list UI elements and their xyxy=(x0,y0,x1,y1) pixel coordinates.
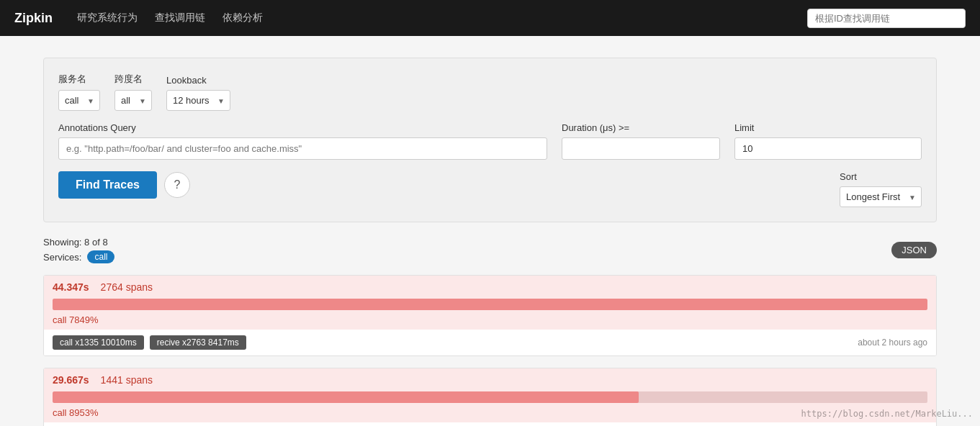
trace-service-label: call 7849% xyxy=(44,313,936,330)
showing-count: Showing: 8 of 8 xyxy=(43,237,114,248)
trace-header: 44.347s 2764 spans xyxy=(44,276,936,299)
results-details: Showing: 8 of 8 Services: call xyxy=(43,237,114,263)
span-badges-container: call x1335 10010ms recive x2763 8417ms xyxy=(53,335,246,350)
results-info: Showing: 8 of 8 Services: call JSON xyxy=(43,237,937,263)
filter-panel: 服务名 call 跨度名 all Lookback xyxy=(43,58,937,222)
service-name-group: 服务名 call xyxy=(58,73,100,111)
help-button[interactable]: ? xyxy=(164,172,190,198)
duration-input[interactable] xyxy=(562,137,720,160)
filter-row-1: 服务名 call 跨度名 all Lookback xyxy=(58,73,922,111)
trace-bar-row xyxy=(44,299,936,313)
services-label: Services: xyxy=(43,252,81,263)
sort-label: Sort xyxy=(840,171,922,182)
sort-select-wrapper: Longest First Newest First Oldest First xyxy=(840,186,922,207)
lookback-label: Lookback xyxy=(166,75,230,86)
sort-group: Sort Longest First Newest First Oldest F… xyxy=(840,171,922,207)
trace-header: 29.667s 1441 spans xyxy=(44,368,936,391)
trace-time: about 2 hours ago xyxy=(858,337,927,348)
trace-list: 44.347s 2764 spans call 7849% call x1335… xyxy=(43,275,937,426)
service-badge-call: call xyxy=(87,250,114,263)
trace-spans: 2764 spans xyxy=(101,281,153,293)
annotations-input[interactable] xyxy=(58,137,547,160)
trace-duration: 44.347s xyxy=(53,281,89,293)
trace-spans-row: call x1440 7548ms recive x656 11454ms ab… xyxy=(44,422,936,426)
brand-logo: Zipkin xyxy=(14,11,53,26)
nav-find-traces[interactable]: 查找调用链 xyxy=(155,12,205,24)
trace-id-search-input[interactable] xyxy=(807,9,966,28)
trace-bar-fill xyxy=(53,391,639,403)
nav-behavior[interactable]: 研究系统行为 xyxy=(77,12,138,24)
span-name-label: 跨度名 xyxy=(114,73,152,86)
duration-label: Duration (μs) >= xyxy=(562,122,720,133)
find-traces-button[interactable]: Find Traces xyxy=(58,171,157,199)
limit-input[interactable] xyxy=(734,137,922,160)
nav-dependencies[interactable]: 依赖分析 xyxy=(222,12,263,24)
annotations-group: Annotations Query xyxy=(58,122,547,160)
trace-spans-row: call x1335 10010ms recive x2763 8417ms a… xyxy=(44,330,936,355)
span-name-select-wrapper: all xyxy=(114,90,152,111)
lookback-select[interactable]: 12 hours 1 hour 6 hours 1 day xyxy=(166,90,230,111)
trace-card[interactable]: 44.347s 2764 spans call 7849% call x1335… xyxy=(43,275,937,356)
trace-bar-container xyxy=(53,391,927,403)
span-name-group: 跨度名 all xyxy=(114,73,152,111)
lookback-select-wrapper: 12 hours 1 hour 6 hours 1 day xyxy=(166,90,230,111)
services-row: Services: call xyxy=(43,250,114,263)
limit-group: Limit xyxy=(734,122,922,160)
span-name-select[interactable]: all xyxy=(114,90,152,111)
span-badge: call x1335 10010ms xyxy=(53,335,144,350)
trace-duration: 29.667s xyxy=(53,374,89,386)
navbar: Zipkin 研究系统行为 查找调用链 依赖分析 xyxy=(0,0,980,36)
limit-label: Limit xyxy=(734,122,922,133)
lookback-group: Lookback 12 hours 1 hour 6 hours 1 day xyxy=(166,75,230,111)
main-content: 服务名 call 跨度名 all Lookback xyxy=(0,36,980,426)
trace-bar-container xyxy=(53,299,927,310)
duration-group: Duration (μs) >= xyxy=(562,122,720,160)
trace-bar-row xyxy=(44,391,936,406)
span-badge: recive x2763 8417ms xyxy=(150,335,246,350)
watermark: https://blog.csdn.net/MarkeLiu... xyxy=(801,409,973,419)
trace-bar-fill xyxy=(53,299,927,310)
trace-spans: 1441 spans xyxy=(101,374,153,386)
service-name-select[interactable]: call xyxy=(58,90,100,111)
service-name-label: 服务名 xyxy=(58,73,100,86)
json-button[interactable]: JSON xyxy=(891,242,937,258)
sort-select[interactable]: Longest First Newest First Oldest First xyxy=(840,186,922,207)
filter-row-2: Annotations Query Duration (μs) >= Limit xyxy=(58,122,922,160)
service-name-select-wrapper: call xyxy=(58,90,100,111)
annotations-label: Annotations Query xyxy=(58,122,547,133)
